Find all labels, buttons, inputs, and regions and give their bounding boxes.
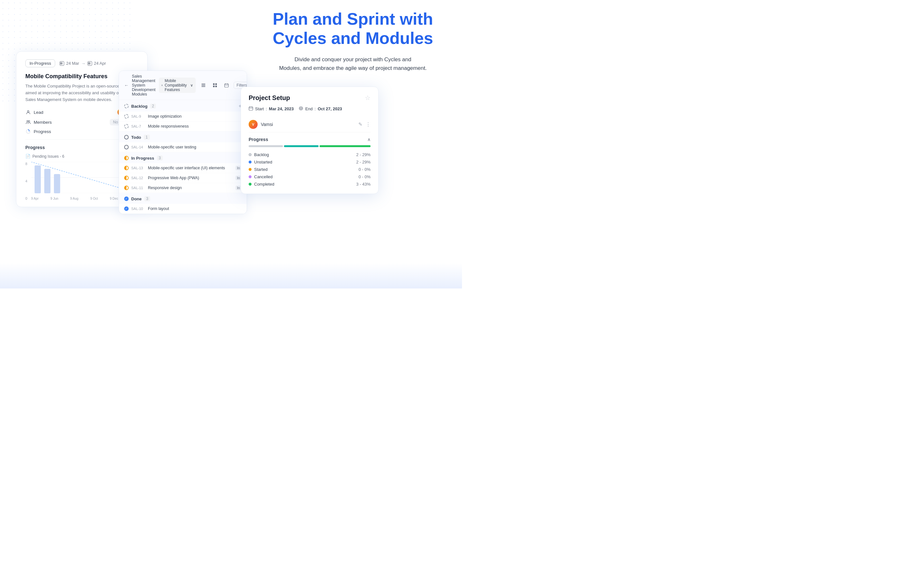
issue-backlog-icon <box>124 124 129 129</box>
date-end: 24 Apr <box>94 61 106 66</box>
svg-rect-15 <box>202 84 205 84</box>
date-arrow-icon: → <box>81 61 86 66</box>
svg-rect-17 <box>202 86 205 87</box>
stat-row-unstarted: Unstarted 2 - 29% <box>249 160 371 164</box>
inprogress-group-header: In Progress 3 <box>119 152 247 163</box>
module-tag[interactable]: Mobile Compatibility Features ∨ <box>159 77 196 93</box>
svg-rect-8 <box>35 165 41 193</box>
svg-rect-21 <box>215 85 217 87</box>
inprogress-count: 3 <box>157 155 163 161</box>
progress-bar-completed <box>320 145 371 147</box>
setup-header: Project Setup ☆ <box>249 94 371 102</box>
header-actions: Filters ∨ View ∨ → <box>199 81 247 90</box>
start-date: Start : Mar 24, 2023 <box>249 106 294 111</box>
star-button[interactable]: ☆ <box>365 94 371 102</box>
stat-value: 0 - 0% <box>359 174 371 179</box>
todo-count: 1 <box>144 135 150 140</box>
grid-view-button[interactable] <box>210 81 220 90</box>
issue-item[interactable]: SAL-9 Image optimization <box>119 111 247 121</box>
issue-item[interactable]: SAL-11 Responsive design In <box>119 183 247 193</box>
lead-text-label: Lead <box>34 110 43 115</box>
todo-group-header: Todo 1 <box>119 131 247 142</box>
card-top-row: In-Progress ▦ 24 Mar → ▦ 24 Apr <box>25 59 138 67</box>
breadcrumb-project: Sales Management System Development Modu… <box>132 74 156 97</box>
svg-rect-11 <box>162 85 162 85</box>
svg-rect-12 <box>162 85 162 85</box>
stat-dot-icon <box>249 175 252 178</box>
issue-item[interactable]: SAL-7 Mobile responsiveness <box>119 121 247 131</box>
file-icon: 📄 <box>25 154 31 159</box>
svg-rect-16 <box>202 85 205 85</box>
issue-inprogress-icon <box>124 185 129 190</box>
back-button[interactable]: ← <box>124 83 129 88</box>
target-icon <box>299 106 303 111</box>
issue-item[interactable]: SAL-10 Form layout <box>119 204 247 214</box>
issue-item[interactable]: SAL-14 Mobile-specific user testing <box>119 142 247 152</box>
done-status-icon <box>124 197 129 201</box>
issue-item[interactable]: SAL-12 Progressive Web App (PWA) In <box>119 173 247 183</box>
chart-y-axis: 8 4 0 <box>25 162 27 200</box>
svg-point-3 <box>26 129 30 133</box>
issue-title: Image optimization <box>148 114 242 119</box>
svg-rect-18 <box>213 83 215 85</box>
issue-title: Mobile responsiveness <box>148 124 242 129</box>
stat-value: 2 - 29% <box>356 152 371 157</box>
member-options-button[interactable]: ⋮ <box>366 121 371 127</box>
issue-id: SAL-12 <box>131 176 145 180</box>
calendar-start-icon: ▦ <box>60 61 64 66</box>
member-avatar: V <box>249 120 258 129</box>
stat-label: Backlog <box>249 152 356 157</box>
issue-todo-icon <box>124 145 129 149</box>
svg-rect-19 <box>215 83 217 85</box>
issues-header: ← Sales Management System Development Mo… <box>119 71 247 100</box>
issue-done-icon <box>124 206 129 211</box>
svg-rect-26 <box>249 107 253 110</box>
issue-item[interactable]: SAL-13 Mobile-specific user interface (U… <box>119 163 247 173</box>
edit-member-button[interactable]: ✎ <box>359 121 363 127</box>
progress-text-label: Progress <box>34 129 51 134</box>
member-row: V Vamsi ✎ ⋮ <box>249 117 371 132</box>
progress-chevron-button[interactable]: ∧ <box>367 137 371 142</box>
svg-rect-9 <box>44 169 50 193</box>
progress-section-label: Progress <box>249 137 268 142</box>
done-label: Done <box>131 197 142 201</box>
backlog-group-header: Backlog 2 + <box>119 100 247 111</box>
svg-rect-20 <box>213 85 215 87</box>
hero-title: Plan and Sprint with Cycles and Modules <box>263 10 443 48</box>
setup-dates: Start : Mar 24, 2023 End : Oct 27, 2023 <box>249 106 371 111</box>
date-range: ▦ 24 Mar → ▦ 24 Apr <box>60 61 106 66</box>
backlog-label: Backlog <box>131 104 148 109</box>
stat-row-backlog: Backlog 2 - 29% <box>249 152 371 157</box>
stat-value: 3 - 43% <box>356 182 371 187</box>
start-label: Start <box>255 106 264 111</box>
issue-inprogress-icon <box>124 166 129 170</box>
cards-area: In-Progress ▦ 24 Mar → ▦ 24 Apr Mobile C… <box>10 51 452 282</box>
svg-point-32 <box>300 108 301 109</box>
inprogress-label: In Progress <box>131 156 154 161</box>
stat-row-completed: Completed 3 - 43% <box>249 182 371 187</box>
date-start: 24 Mar <box>66 61 79 66</box>
stat-label: Unstarted <box>249 160 356 164</box>
calendar-icon <box>249 106 253 111</box>
list-view-button[interactable] <box>199 81 208 90</box>
members-label: Members <box>25 119 52 125</box>
issue-title: Responsive design <box>148 185 233 190</box>
svg-rect-14 <box>162 85 162 85</box>
stat-label: Cancelled <box>249 174 359 179</box>
members-icon <box>25 119 31 125</box>
stat-dot-icon <box>249 153 252 156</box>
stat-row-cancelled: Cancelled 0 - 0% <box>249 174 371 179</box>
pending-label: 📄 Pending Issues - 6 <box>25 154 64 159</box>
done-group-header: Done 3 <box>119 193 247 204</box>
stat-dot-icon <box>249 168 252 171</box>
setup-title: Project Setup <box>249 94 290 102</box>
end-label: End <box>305 106 312 111</box>
issue-id: SAL-13 <box>131 166 145 170</box>
issue-id: SAL-10 <box>131 207 145 211</box>
issue-id: SAL-14 <box>131 145 145 149</box>
svg-rect-22 <box>225 84 228 87</box>
calendar-view-button[interactable] <box>222 81 231 90</box>
stat-dot-icon <box>249 183 252 185</box>
issue-backlog-icon <box>124 114 129 119</box>
progress-bar-unstarted <box>284 145 318 147</box>
